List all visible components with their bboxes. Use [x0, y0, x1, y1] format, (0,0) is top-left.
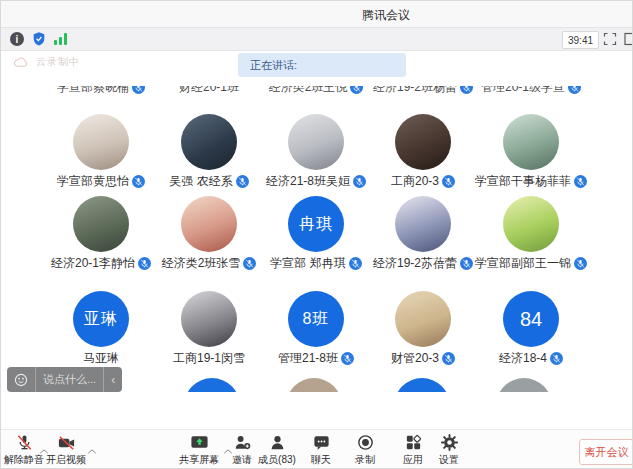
participant-name: 学宣部黄思怡: [46, 174, 156, 188]
title-bar: 腾讯会议: [1, 1, 632, 27]
participant-avatar[interactable]: [503, 196, 559, 252]
mic-off-icon: [15, 433, 34, 452]
participant-name: 工商19-1闵雪: [154, 351, 264, 365]
participant-avatar[interactable]: [181, 114, 237, 170]
participant-name: 财管20-3: [368, 351, 478, 365]
settings-icon: [440, 433, 459, 452]
participant-name: 经济18-4: [476, 351, 586, 365]
settings-button[interactable]: 设置: [420, 433, 478, 467]
cloud-recording-label: 云录制中: [36, 55, 80, 69]
participant-avatar[interactable]: 亚琳: [73, 291, 129, 347]
participant-name: 经济21-8班吴姮: [261, 174, 371, 188]
cloud-recording-indicator: 云录制中: [13, 55, 80, 69]
share-screen-icon: [190, 433, 209, 452]
muted-mic-badge-icon: [350, 86, 363, 94]
chevron-up-icon[interactable]: [87, 448, 97, 455]
layout-switch-icon[interactable]: [623, 32, 633, 46]
participant-avatar[interactable]: [288, 114, 344, 170]
record-icon: [356, 433, 375, 452]
muted-mic-badge-icon: [132, 86, 145, 94]
avatar-initials: 8班: [303, 309, 330, 330]
camera-off-icon: [57, 433, 76, 452]
bottom-toolbar: 解除静音 开启视频 共享屏幕 邀请 成员(83) 聊天 录制: [1, 429, 632, 469]
participant-avatar[interactable]: [181, 196, 237, 252]
fullscreen-icon[interactable]: [603, 32, 617, 46]
quick-chat-bar[interactable]: 说点什么... ‹: [7, 367, 122, 392]
participant-name: 学宣部副部王一锦: [476, 256, 586, 270]
participant-name: 财经20-1班: [154, 86, 264, 94]
collapse-chat-button[interactable]: ‹: [103, 367, 122, 392]
participant-name: 经济类2班王悦: [261, 86, 371, 94]
leave-meeting-button[interactable]: 离开会议: [579, 439, 633, 465]
muted-mic-badge-icon: [460, 86, 473, 94]
participant-avatar[interactable]: [394, 378, 450, 392]
participant-avatar[interactable]: [496, 378, 552, 392]
participant-name: 经济19-2班杨蕾: [368, 86, 478, 94]
muted-mic-badge-icon: [442, 352, 455, 365]
muted-mic-badge-icon: [341, 352, 354, 365]
muted-mic-badge-icon: [442, 175, 455, 188]
participant-avatar[interactable]: 冉琪: [288, 196, 344, 252]
participant-name: 学宣部干事杨菲菲: [476, 174, 586, 188]
participant-avatar[interactable]: 8班: [288, 291, 344, 347]
speaking-banner: 正在讲话:: [238, 53, 406, 77]
muted-mic-badge-icon: [243, 257, 256, 270]
window-title: 腾讯会议: [331, 7, 441, 24]
participant-name: 经济类2班张雪: [154, 256, 264, 270]
chat-placeholder: 说点什么...: [43, 372, 96, 387]
meeting-info-icon[interactable]: i: [10, 32, 24, 46]
participant-avatar[interactable]: [184, 378, 240, 392]
participant-name: 工商20-3: [368, 174, 478, 188]
avatar-initials: 84: [520, 308, 542, 331]
participant-name: 吴强 农经系: [154, 174, 264, 188]
participant-avatar[interactable]: [181, 291, 237, 347]
participant-avatar[interactable]: [286, 378, 342, 392]
participant-avatar[interactable]: [73, 196, 129, 252]
chat-input[interactable]: 说点什么...: [35, 367, 103, 392]
status-strip: i 39:41: [1, 27, 632, 51]
smiley-icon: [14, 373, 28, 387]
muted-mic-badge-icon: [574, 175, 587, 188]
participant-name: 管理20-1级学宣: [476, 86, 586, 94]
avatar-initials: 亚琳: [84, 309, 118, 330]
members-icon: [268, 433, 287, 452]
participant-avatar[interactable]: [73, 114, 129, 170]
participant-avatar[interactable]: [503, 114, 559, 170]
muted-mic-badge-icon: [568, 86, 581, 94]
muted-mic-badge-icon: [460, 257, 473, 270]
participant-name: 学宣部 郑冉琪: [261, 256, 371, 270]
participant-name: 经济20-1李静怡: [46, 256, 156, 270]
cloud-icon: [13, 56, 30, 68]
muted-mic-badge-icon: [349, 257, 362, 270]
muted-mic-badge-icon: [574, 257, 587, 270]
participant-avatar[interactable]: [395, 114, 451, 170]
muted-mic-badge-icon: [550, 352, 563, 365]
avatar-initials: 冉琪: [299, 214, 333, 235]
muted-mic-badge-icon: [138, 257, 151, 270]
chat-icon: [312, 433, 331, 452]
emoji-button[interactable]: [7, 367, 35, 392]
meeting-timer: 39:41: [562, 31, 599, 49]
participant-name: 经济19-2苏蓓蕾: [368, 256, 478, 270]
participant-name: 学宣部蔡晓楠: [46, 86, 156, 94]
participant-name: 管理21-8班: [261, 351, 371, 365]
participant-name: 马亚琳: [46, 351, 156, 365]
participant-avatar[interactable]: [395, 196, 451, 252]
participant-avatar[interactable]: [395, 291, 451, 347]
clipped-top-row: 学宣部蔡晓楠 财经20-1班 经济类2班王悦 经济19-2班杨蕾 管理20-1级…: [1, 86, 632, 99]
muted-mic-badge-icon: [353, 175, 366, 188]
participant-avatar[interactable]: 84: [503, 291, 559, 347]
muted-mic-badge-icon: [132, 175, 145, 188]
muted-mic-badge-icon: [236, 175, 249, 188]
security-shield-icon[interactable]: [32, 31, 46, 47]
network-signal-icon: [54, 33, 69, 45]
meeting-window: 腾讯会议 i 39:41 云录制中 正在讲话: 学宣部蔡晓楠 财经20-1班 经…: [0, 0, 633, 469]
